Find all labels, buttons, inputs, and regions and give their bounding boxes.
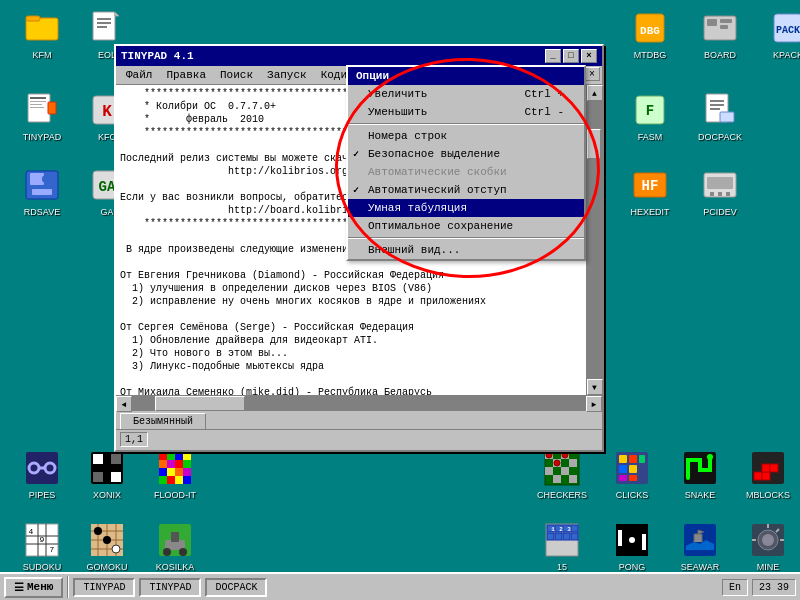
close-button[interactable]: × [581,49,597,63]
icon-xonix-label: XONIX [93,490,121,500]
icon-board[interactable]: BOARD [688,8,752,60]
svg-rect-126 [571,533,578,540]
scroll-h-thumb[interactable] [155,396,246,411]
scrollbar-vertical[interactable]: ▲ ▼ [586,85,602,395]
scroll-right-button[interactable]: ► [586,396,602,412]
icon-mblocks-label: MBLOCKS [746,490,790,500]
icon-xonix[interactable]: XONIX [75,448,139,500]
dropdown-safe-select[interactable]: ✓ Безопасное выделение [348,145,584,163]
menu-edit[interactable]: Правка [160,68,212,82]
icon-kfm[interactable]: KFM [10,8,74,60]
icon-board-label: BOARD [704,50,736,60]
icon-docpack-label: DOCPACK [698,132,742,142]
scroll-left-button[interactable]: ◄ [116,396,132,412]
icon-mine-label: MINE [757,562,780,572]
icon-kpack-label: KPACK [773,50,800,60]
taskbar-task-1[interactable]: TINYPAD [139,578,201,597]
icon-docpack[interactable]: DOCPACK [688,90,752,142]
icon-tinypad-label: TINYPAD [23,132,61,142]
menu-file[interactable]: Файл [120,68,158,82]
taskbar-clock: 23 39 [752,579,796,596]
scroll-down-button[interactable]: ▼ [587,379,603,395]
icon-15[interactable]: 1 2 3 15 [530,520,594,572]
taskbar-lang[interactable]: En [722,579,748,596]
icon-kpack[interactable]: PACK KPACK [756,8,800,60]
dropdown-optimal-save[interactable]: Оптимальное сохранение [348,217,584,235]
dropdown-auto-indent[interactable]: ✓ Автоматический отступ [348,181,584,199]
scroll-track[interactable] [587,101,602,379]
scroll-up-button[interactable]: ▲ [587,85,603,101]
icon-sudoku[interactable]: 4 9 7 SUDOKU [10,520,74,572]
svg-text:1: 1 [551,526,555,533]
icon-pipes[interactable]: PIPES [10,448,74,500]
icon-mine[interactable]: MINE [736,520,800,572]
icon-ga-label: GA [100,207,113,217]
menu-run[interactable]: Запуск [261,68,313,82]
scrollbar-horizontal-container: ◄ ► [116,395,602,411]
icon-pcidev-label: PCIDEV [703,207,737,217]
icon-pong[interactable]: PONG [600,520,664,572]
icon-flood-it[interactable]: FLOOD-IT [143,448,207,500]
icon-rdsave-label: RDSAVE [24,207,60,217]
dropdown-sep-1 [348,123,584,125]
dropdown-appearance[interactable]: Внешний вид... [348,241,584,259]
svg-rect-48 [93,454,103,464]
icon-hexedit[interactable]: HF HEXEDIT [618,165,682,217]
icon-pcidev[interactable]: PCIDEV [688,165,752,217]
menu-close-x[interactable]: × [584,67,600,81]
minimize-button[interactable]: _ [545,49,561,63]
dropdown-smart-tab[interactable]: Умная табуляция [348,199,584,217]
maximize-button[interactable]: □ [563,49,579,63]
window-titlebar[interactable]: TINYPAD 4.1 _ □ × [116,46,602,66]
icon-kfm-label: KFM [33,50,52,60]
svg-rect-42 [726,192,730,196]
dropdown-auto-brackets[interactable]: Автоматические скобки [348,163,584,181]
icon-snake[interactable]: SNAKE [668,448,732,500]
icon-pipes-label: PIPES [29,490,56,500]
menu-search[interactable]: Поиск [214,68,259,82]
scroll-thumb[interactable] [587,129,601,159]
svg-point-79 [554,460,560,466]
taskbar-task-0[interactable]: TINYPAD [73,578,135,597]
dropdown-title: Опции [348,67,584,85]
icon-mblocks[interactable]: MBLOCKS [736,448,800,500]
start-button[interactable]: ☰ Меню [4,577,63,598]
icon-seawar[interactable]: SEAWAR [668,520,732,572]
tab-unnamed[interactable]: Безымянный [120,413,206,429]
svg-rect-39 [707,177,733,189]
icon-sudoku-label: SUDOKU [23,562,62,572]
dropdown-line-numbers[interactable]: Номера строк [348,127,584,145]
icon-mtdbg[interactable]: DBG MTDBG [618,8,682,60]
svg-rect-2 [93,12,115,40]
icon-rdsave[interactable]: RDSAVE [10,165,74,217]
svg-text:HF: HF [642,178,659,194]
icon-kosilka-label: KOSILKA [156,562,195,572]
scroll-h-track[interactable] [132,396,586,411]
svg-rect-24 [707,19,717,26]
svg-point-110 [94,527,102,535]
icon-tinypad[interactable]: TINYPAD [10,90,74,142]
icon-15-label: 15 [557,562,567,572]
svg-rect-122 [571,525,578,532]
icon-pong-label: PONG [619,562,646,572]
svg-text:9: 9 [40,535,45,544]
icon-checkers[interactable]: CHECKERS [530,448,594,500]
icon-gomoku[interactable]: GOMOKU [75,520,139,572]
dropdown-zoom-in[interactable]: Увеличить Ctrl + [348,85,584,103]
svg-point-78 [562,452,568,458]
svg-marker-6 [115,12,119,16]
taskbar-task-2[interactable]: DOCPACK [205,578,267,597]
svg-rect-52 [159,452,167,460]
start-icon: ☰ [14,581,24,594]
svg-point-117 [179,548,187,556]
svg-rect-57 [167,460,175,468]
icon-fasm[interactable]: F FASM [618,90,682,142]
cursor-position: 1,1 [120,432,148,447]
svg-rect-85 [629,465,637,473]
dropdown-zoom-out[interactable]: Уменьшить Ctrl - [348,103,584,121]
taskbar: ☰ Меню TINYPAD TINYPAD DOCPACK En 23 39 [0,572,800,600]
dropdown-sep-2 [348,237,584,239]
icon-kosilka[interactable]: KOSILKA [143,520,207,572]
icon-clicks[interactable]: CLICKS [600,448,664,500]
svg-rect-55 [183,452,191,460]
